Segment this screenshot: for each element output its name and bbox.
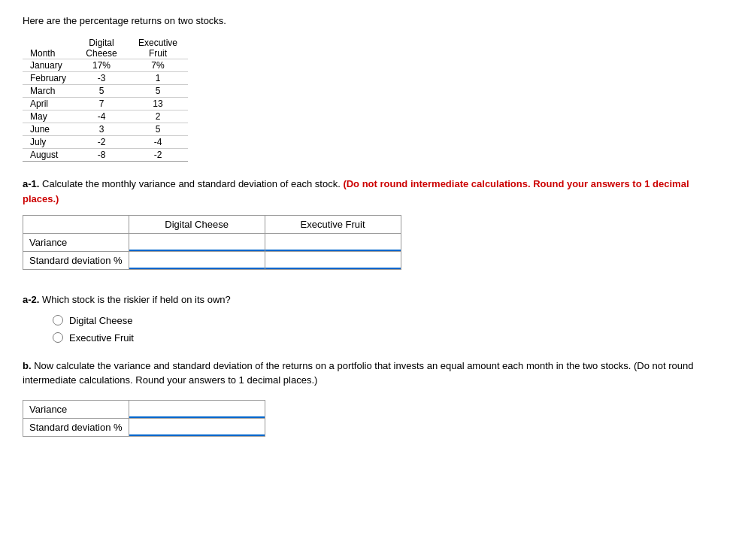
section-a2-label: a-2. Which stock is the riskier if held …	[23, 292, 722, 307]
radio-executive[interactable]	[53, 332, 63, 343]
variance-b-label: Variance	[23, 400, 129, 418]
radio-digital[interactable]	[53, 315, 63, 325]
std-dev-b-input[interactable]	[129, 419, 265, 436]
std-dev-label: Standard deviation %	[23, 252, 129, 270]
variance-digital-cell	[129, 234, 265, 252]
table-row: August -8 -2	[23, 149, 188, 162]
variance-digital-input[interactable]	[129, 234, 265, 251]
std-dev-b-label: Standard deviation %	[23, 418, 129, 436]
std-dev-exec-cell	[265, 252, 401, 270]
std-dev-row-b: Standard deviation %	[23, 418, 265, 436]
table-row: March 5 5	[23, 85, 188, 98]
empty-col-header	[23, 216, 129, 234]
exec-header: Executive Fruit	[128, 37, 188, 59]
variance-row: Variance	[23, 234, 401, 252]
std-dev-row: Standard deviation %	[23, 252, 401, 270]
std-dev-b-cell	[129, 418, 265, 436]
radio-item-exec: Executive Fruit	[53, 332, 722, 344]
variance-b-input[interactable]	[129, 401, 265, 418]
digital-header: Digital Cheese	[75, 37, 128, 59]
variance-b-cell	[129, 400, 265, 418]
table-row: January 17% 7%	[23, 59, 188, 72]
table-row: May -4 2	[23, 110, 188, 123]
digital-cheese-header: Digital Cheese	[129, 216, 265, 234]
variance-row-b: Variance	[23, 400, 265, 418]
month-header: Month	[23, 37, 75, 59]
data-table: Month Digital Cheese Executive Fruit Jan…	[23, 37, 188, 162]
variance-label: Variance	[23, 234, 129, 252]
variance-exec-input[interactable]	[265, 234, 401, 251]
table-row: July -2 -4	[23, 136, 188, 149]
std-dev-exec-input[interactable]	[265, 252, 401, 269]
table-row: February -3 1	[23, 72, 188, 85]
radio-item-digital: Digital Cheese	[53, 315, 722, 326]
table-row: April 7 13	[23, 98, 188, 110]
radio-group: Digital Cheese Executive Fruit	[53, 315, 722, 344]
variance-exec-cell	[265, 234, 401, 252]
table-row: June 3 5	[23, 123, 188, 136]
answer-table-2: Variance Standard deviation %	[23, 400, 265, 437]
answer-table-1: Digital Cheese Executive Fruit Variance …	[23, 215, 401, 270]
radio-executive-label: Executive Fruit	[69, 332, 134, 344]
radio-digital-label: Digital Cheese	[69, 315, 133, 326]
intro-text: Here are the percentage returns on two s…	[23, 15, 722, 26]
section-a1-label: a-1. Calculate the monthly variance and …	[23, 177, 722, 206]
std-dev-digital-cell	[129, 252, 265, 270]
section-b-label: b. Now calculate the variance and standa…	[23, 359, 722, 388]
exec-fruit-header: Executive Fruit	[265, 216, 401, 234]
std-dev-digital-input[interactable]	[129, 252, 265, 269]
